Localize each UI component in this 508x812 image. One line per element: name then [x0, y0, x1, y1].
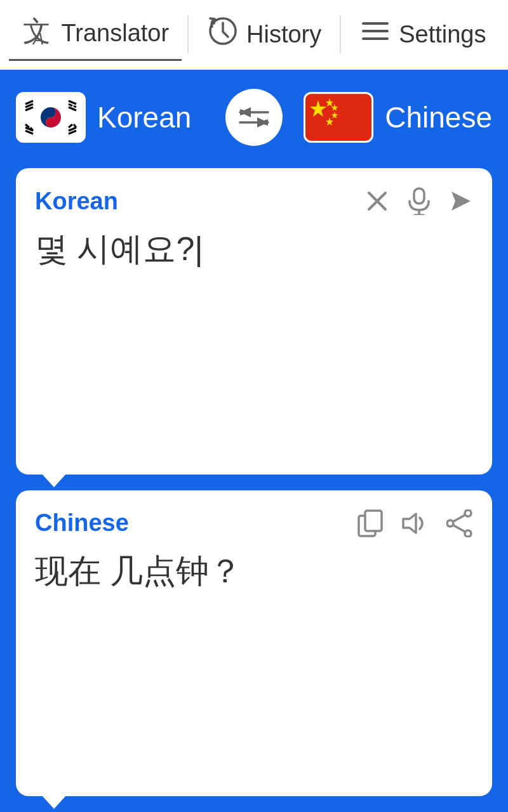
send-button[interactable] [449, 189, 473, 213]
source-card-header: Korean [35, 187, 473, 215]
chinese-flag-box [304, 92, 373, 143]
source-lang-selector[interactable]: Korean [16, 92, 213, 143]
settings-icon [359, 15, 391, 54]
svg-text:A: A [32, 29, 44, 46]
clear-button[interactable] [365, 189, 389, 213]
korean-flag-box [16, 92, 86, 143]
swap-languages-button[interactable] [225, 89, 283, 146]
nav-settings[interactable]: Settings [347, 9, 498, 60]
source-card-actions [365, 187, 473, 215]
svg-line-46 [453, 525, 465, 532]
svg-marker-38 [451, 192, 471, 211]
microphone-button[interactable] [407, 187, 431, 215]
source-card-lang-label: Korean [35, 188, 118, 215]
target-card-lang-label: Chinese [35, 509, 129, 537]
nav-divider-2 [340, 15, 341, 53]
svg-rect-35 [414, 188, 424, 204]
svg-line-45 [453, 515, 465, 521]
source-lang-name: Korean [97, 100, 191, 134]
source-text[interactable]: 몇 시예요?| [35, 228, 473, 271]
history-icon [207, 15, 239, 54]
target-card-header: Chinese [35, 509, 473, 537]
nav-history[interactable]: History [194, 9, 334, 60]
target-card-tail [41, 795, 67, 809]
language-selector: Korean [16, 89, 492, 146]
nav-bar: 文 A Translator History Settings [0, 0, 508, 70]
share-button[interactable] [446, 509, 473, 537]
history-label: History [246, 21, 321, 48]
svg-rect-27 [307, 95, 370, 140]
svg-line-12 [74, 106, 76, 107]
target-lang-selector[interactable]: Chinese [295, 92, 492, 143]
source-card: Korean [16, 168, 492, 475]
svg-marker-41 [403, 514, 416, 533]
svg-rect-40 [365, 511, 382, 531]
target-text: 现在 几点钟？ [35, 550, 473, 593]
nav-divider-1 [187, 15, 189, 53]
target-card: Chinese [16, 490, 492, 797]
nav-translator[interactable]: 文 A Translator [9, 8, 182, 61]
settings-label: Settings [399, 21, 486, 48]
speaker-button[interactable] [401, 511, 429, 535]
main-content: Korean [0, 70, 508, 812]
target-lang-name: Chinese [385, 100, 492, 134]
source-card-tail [41, 473, 67, 487]
target-card-actions [358, 509, 473, 537]
copy-button[interactable] [358, 509, 383, 537]
translator-icon: 文 A [22, 14, 53, 53]
translator-label: Translator [61, 20, 169, 47]
